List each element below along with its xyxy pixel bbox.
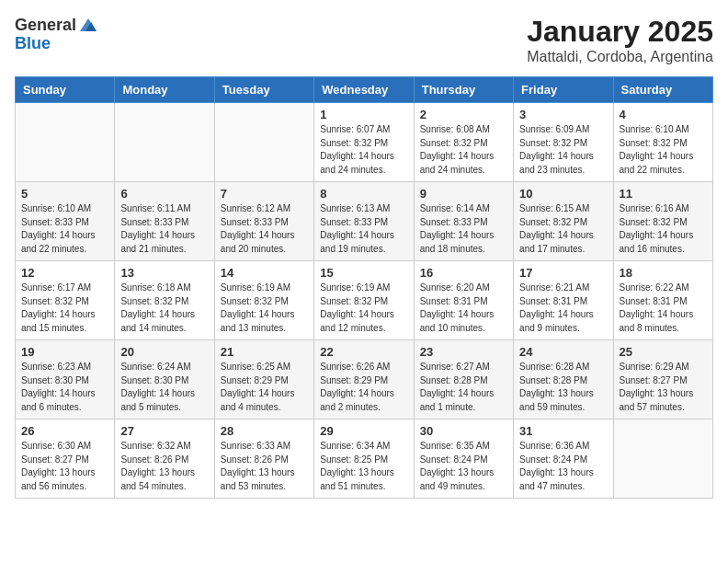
calendar-cell [115,103,214,182]
calendar-week-row: 19Sunrise: 6:23 AM Sunset: 8:30 PM Dayli… [16,340,713,419]
day-number: 15 [320,266,407,280]
day-info: Sunrise: 6:26 AM Sunset: 8:29 PM Dayligh… [320,361,407,414]
day-number: 18 [620,266,707,280]
day-info: Sunrise: 6:19 AM Sunset: 8:32 PM Dayligh… [221,282,308,335]
calendar-week-row: 26Sunrise: 6:30 AM Sunset: 8:27 PM Dayli… [16,419,713,499]
day-number: 3 [519,108,607,121]
calendar-cell: 11Sunrise: 6:16 AM Sunset: 8:32 PM Dayli… [613,182,712,261]
day-number: 17 [519,266,607,280]
day-number: 4 [620,108,707,121]
day-info: Sunrise: 6:21 AM Sunset: 8:31 PM Dayligh… [519,282,607,335]
day-info: Sunrise: 6:33 AM Sunset: 8:26 PM Dayligh… [221,440,308,493]
day-number: 26 [21,424,108,438]
calendar-cell: 26Sunrise: 6:30 AM Sunset: 8:27 PM Dayli… [16,419,115,499]
day-info: Sunrise: 6:27 AM Sunset: 8:28 PM Dayligh… [420,361,507,414]
day-number: 7 [221,187,308,201]
day-number: 24 [519,345,607,359]
month-title: January 2025 [527,15,713,49]
calendar-cell: 12Sunrise: 6:17 AM Sunset: 8:32 PM Dayli… [16,261,115,340]
calendar-cell: 25Sunrise: 6:29 AM Sunset: 8:27 PM Dayli… [613,340,712,419]
day-number: 20 [120,345,208,359]
day-info: Sunrise: 6:09 AM Sunset: 8:32 PM Dayligh… [519,123,607,177]
day-number: 6 [120,187,208,201]
day-number: 19 [21,345,108,359]
calendar-cell [214,103,313,182]
calendar-cell: 28Sunrise: 6:33 AM Sunset: 8:26 PM Dayli… [214,419,313,499]
calendar-week-row: 5Sunrise: 6:10 AM Sunset: 8:33 PM Daylig… [16,182,713,261]
calendar-cell: 2Sunrise: 6:08 AM Sunset: 8:32 PM Daylig… [414,103,513,182]
day-info: Sunrise: 6:32 AM Sunset: 8:26 PM Dayligh… [120,440,208,493]
day-info: Sunrise: 6:24 AM Sunset: 8:30 PM Dayligh… [120,361,208,414]
day-number: 10 [519,187,607,201]
day-info: Sunrise: 6:12 AM Sunset: 8:33 PM Dayligh… [221,202,308,256]
day-info: Sunrise: 6:15 AM Sunset: 8:32 PM Dayligh… [519,202,607,256]
day-info: Sunrise: 6:22 AM Sunset: 8:31 PM Dayligh… [620,282,707,335]
day-of-week-header: Thursday [414,77,513,103]
page-header: General Blue January 2025 Mattaldi, Cord… [15,15,713,65]
calendar-cell: 29Sunrise: 6:34 AM Sunset: 8:25 PM Dayli… [314,419,414,499]
day-info: Sunrise: 6:18 AM Sunset: 8:32 PM Dayligh… [120,282,208,335]
day-info: Sunrise: 6:11 AM Sunset: 8:33 PM Dayligh… [120,202,208,256]
day-info: Sunrise: 6:08 AM Sunset: 8:32 PM Dayligh… [420,123,507,177]
calendar-cell: 18Sunrise: 6:22 AM Sunset: 8:31 PM Dayli… [613,261,712,340]
day-number: 14 [221,266,308,280]
day-number: 12 [21,266,108,280]
day-of-week-header: Tuesday [214,77,313,103]
day-of-week-header: Sunday [16,77,115,103]
day-info: Sunrise: 6:13 AM Sunset: 8:33 PM Dayligh… [320,202,407,256]
calendar-cell: 6Sunrise: 6:11 AM Sunset: 8:33 PM Daylig… [115,182,214,261]
day-number: 13 [120,266,208,280]
logo: General Blue [15,15,98,52]
day-number: 9 [420,187,507,201]
calendar-cell [16,103,115,182]
calendar-cell: 7Sunrise: 6:12 AM Sunset: 8:33 PM Daylig… [214,182,313,261]
logo-general-text: General [15,17,76,33]
day-number: 30 [420,424,507,438]
day-of-week-header: Wednesday [314,77,414,103]
calendar-cell: 30Sunrise: 6:35 AM Sunset: 8:24 PM Dayli… [414,419,513,499]
day-info: Sunrise: 6:25 AM Sunset: 8:29 PM Dayligh… [221,361,308,414]
calendar-cell: 13Sunrise: 6:18 AM Sunset: 8:32 PM Dayli… [115,261,214,340]
calendar-header-row: SundayMondayTuesdayWednesdayThursdayFrid… [16,77,713,103]
day-info: Sunrise: 6:35 AM Sunset: 8:24 PM Dayligh… [420,440,507,493]
day-info: Sunrise: 6:17 AM Sunset: 8:32 PM Dayligh… [21,282,108,335]
calendar-cell: 8Sunrise: 6:13 AM Sunset: 8:33 PM Daylig… [314,182,414,261]
day-info: Sunrise: 6:10 AM Sunset: 8:32 PM Dayligh… [620,123,707,177]
day-number: 28 [221,424,308,438]
day-of-week-header: Saturday [613,77,712,103]
calendar-cell: 10Sunrise: 6:15 AM Sunset: 8:32 PM Dayli… [514,182,613,261]
day-number: 8 [320,187,407,201]
day-number: 31 [519,424,607,438]
calendar-cell: 5Sunrise: 6:10 AM Sunset: 8:33 PM Daylig… [16,182,115,261]
calendar-cell: 3Sunrise: 6:09 AM Sunset: 8:32 PM Daylig… [514,103,613,182]
calendar-cell: 1Sunrise: 6:07 AM Sunset: 8:32 PM Daylig… [314,103,414,182]
calendar-cell: 31Sunrise: 6:36 AM Sunset: 8:24 PM Dayli… [514,419,613,499]
title-area: January 2025 Mattaldi, Cordoba, Argentin… [527,15,713,65]
day-info: Sunrise: 6:19 AM Sunset: 8:32 PM Dayligh… [320,282,407,335]
calendar-cell: 15Sunrise: 6:19 AM Sunset: 8:32 PM Dayli… [314,261,414,340]
day-number: 22 [320,345,407,359]
calendar-cell: 14Sunrise: 6:19 AM Sunset: 8:32 PM Dayli… [214,261,313,340]
day-number: 2 [420,108,507,121]
day-info: Sunrise: 6:30 AM Sunset: 8:27 PM Dayligh… [21,440,108,493]
day-info: Sunrise: 6:10 AM Sunset: 8:33 PM Dayligh… [21,202,108,256]
calendar-cell: 20Sunrise: 6:24 AM Sunset: 8:30 PM Dayli… [115,340,214,419]
day-info: Sunrise: 6:29 AM Sunset: 8:27 PM Dayligh… [620,361,707,414]
calendar-cell: 21Sunrise: 6:25 AM Sunset: 8:29 PM Dayli… [214,340,313,419]
logo-icon [78,15,98,35]
location-subtitle: Mattaldi, Cordoba, Argentina [527,49,713,65]
calendar-cell: 22Sunrise: 6:26 AM Sunset: 8:29 PM Dayli… [314,340,414,419]
calendar-cell: 9Sunrise: 6:14 AM Sunset: 8:33 PM Daylig… [414,182,513,261]
day-number: 21 [221,345,308,359]
day-info: Sunrise: 6:16 AM Sunset: 8:32 PM Dayligh… [620,202,707,256]
calendar-cell: 4Sunrise: 6:10 AM Sunset: 8:32 PM Daylig… [613,103,712,182]
calendar-cell: 23Sunrise: 6:27 AM Sunset: 8:28 PM Dayli… [414,340,513,419]
logo-blue-text: Blue [15,35,98,52]
day-of-week-header: Friday [514,77,613,103]
day-info: Sunrise: 6:20 AM Sunset: 8:31 PM Dayligh… [420,282,507,335]
calendar-cell: 27Sunrise: 6:32 AM Sunset: 8:26 PM Dayli… [115,419,214,499]
day-info: Sunrise: 6:28 AM Sunset: 8:28 PM Dayligh… [519,361,607,414]
calendar-week-row: 1Sunrise: 6:07 AM Sunset: 8:32 PM Daylig… [16,103,713,182]
calendar-cell: 24Sunrise: 6:28 AM Sunset: 8:28 PM Dayli… [514,340,613,419]
day-number: 1 [320,108,407,121]
